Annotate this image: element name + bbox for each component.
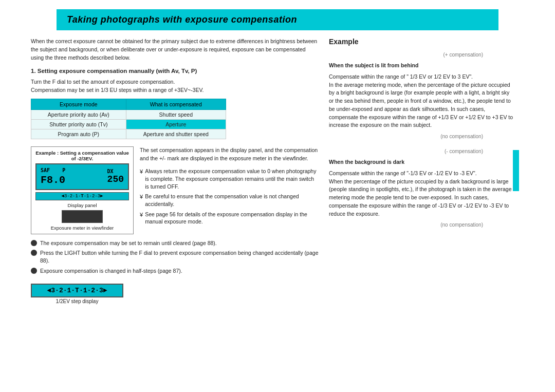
cyan-accent-bar [513, 150, 519, 191]
right-section1-text: Compensate within the range of " 1/3 EV … [329, 73, 514, 129]
bottom-bullets: The exposure compensation may be set to … [31, 239, 319, 275]
bottom-bullet-2: Press the LIGHT button while turning the… [31, 249, 319, 264]
table-header-compensated: What is compensated [126, 99, 226, 109]
table-cell-comp-2: Aperture [126, 119, 226, 129]
right-section1-intro-strong: When the subject is lit from behind [329, 62, 418, 68]
camera-panel-title: Example : Setting a compensation value o… [35, 150, 129, 161]
right-section1-intro: When the subject is lit from behind [329, 62, 514, 70]
section1-sub-text: Turn the F dial to set the amount of exp… [31, 78, 319, 95]
bottom-bullet-3: Exposure compensation is changed in half… [31, 267, 319, 275]
example-title: Example [329, 38, 514, 46]
table-row: Program auto (P) Aperture and shutter sp… [31, 129, 226, 139]
section1-heading: 1. Setting exposure compensation manuall… [31, 68, 319, 74]
note-symbol-1: ¥ [140, 168, 143, 176]
scale-bar: ◄3·2·1·T·1·2·3► [35, 192, 129, 200]
display-panel-label: Display panel [35, 202, 129, 208]
label-no-compensation-2: (no compensation) [329, 221, 514, 229]
bullet-item-2: ¥ Be careful to ensure that the compensa… [140, 193, 319, 208]
bullet-text-3: See page 56 for details of the exposure … [145, 211, 319, 226]
set-compensation-paragraph: The set compensation appears in the disp… [140, 146, 319, 163]
right-section2-intro: When the background is dark [329, 158, 514, 166]
camera-panel: Example : Setting a compensation value o… [31, 146, 134, 234]
page-container: Taking photographs with exposure compens… [0, 9, 555, 392]
right-section-2: (- compensation) When the background is … [329, 147, 514, 229]
table-row: Aperture priority auto (Av) Shutter spee… [31, 109, 226, 119]
bullet-section: ¥ Always return the exposure compensatio… [140, 167, 319, 226]
header-banner: Taking photographs with exposure compens… [57, 9, 498, 30]
table-row: Shutter priority auto (Tv) Aperture [31, 119, 226, 129]
bullet-text-1: Always return the exposure compensation … [145, 167, 319, 190]
viewfinder-box [62, 210, 103, 223]
bottom-bullet-1: The exposure compensation may be set to … [31, 239, 319, 247]
bullet-dot-1 [31, 240, 37, 246]
table-cell-mode-3: Program auto (P) [31, 129, 126, 139]
ev-step-display: ◄3·2·1·T·1·2·3► [31, 284, 123, 297]
display-row2: F8.0 [41, 174, 65, 186]
label-minus-compensation: (- compensation) [329, 147, 514, 155]
bottom-bullet-text-2: Press the LIGHT button while turning the… [40, 249, 319, 264]
table-cell-comp-1: Shutter speed [126, 109, 226, 119]
display-left: SAF P F8.0 [41, 167, 65, 186]
right-section2-text: Compensate within the range of "-1/3 EV … [329, 170, 514, 218]
display-right: DX 250 [107, 169, 124, 184]
left-column: When the correct exposure cannot be obta… [31, 38, 319, 304]
note-symbol-2: ¥ [140, 193, 143, 201]
bullet-item-1: ¥ Always return the exposure compensatio… [140, 167, 319, 190]
exposure-table: Exposure mode What is compensated Apertu… [31, 99, 226, 139]
intro-text: When the correct exposure cannot be obta… [31, 38, 319, 62]
ev-step-label: 1/2EV step display [31, 298, 123, 304]
table-cell-mode-2: Shutter priority auto (Tv) [31, 119, 126, 129]
header-title: Taking photographs with exposure compens… [67, 14, 297, 25]
bullet-text-2: Be careful to ensure that the compensati… [145, 193, 319, 208]
bullet-dot-3 [31, 268, 37, 274]
bottom-bullet-text-1: The exposure compensation may be set to … [40, 239, 217, 247]
bottom-bullet-text-3: Exposure compensation is changed in half… [40, 267, 182, 275]
viewfinder-label: Exposure meter in viewfinder [35, 225, 129, 231]
right-column: Example (+ compensation) When the subjec… [319, 38, 514, 304]
bullet-item-3: ¥ See page 56 for details of the exposur… [140, 211, 319, 226]
example-box: Example : Setting a compensation value o… [31, 146, 319, 234]
table-cell-comp-3: Aperture and shutter speed [126, 129, 226, 139]
ev-step-container: ◄3·2·1·T·1·2·3► 1/2EV step display [31, 284, 123, 304]
main-content: When the correct exposure cannot be obta… [15, 38, 540, 304]
note-symbol-3: ¥ [140, 211, 143, 219]
label-no-compensation-1: (no compensation) [329, 133, 514, 140]
display-screen: SAF P F8.0 DX 250 [35, 163, 129, 190]
table-cell-mode-1: Aperture priority auto (Av) [31, 109, 126, 119]
bullet-dot-2 [31, 250, 37, 256]
right-section-1: (+ compensation) When the subject is lit… [329, 51, 514, 140]
set-compensation-text: The set compensation appears in the disp… [134, 146, 319, 234]
table-header-mode: Exposure mode [31, 99, 126, 109]
label-plus-compensation: (+ compensation) [329, 51, 514, 59]
display-row1: SAF P [41, 167, 65, 173]
right-section2-intro-strong: When the background is dark [329, 159, 404, 165]
